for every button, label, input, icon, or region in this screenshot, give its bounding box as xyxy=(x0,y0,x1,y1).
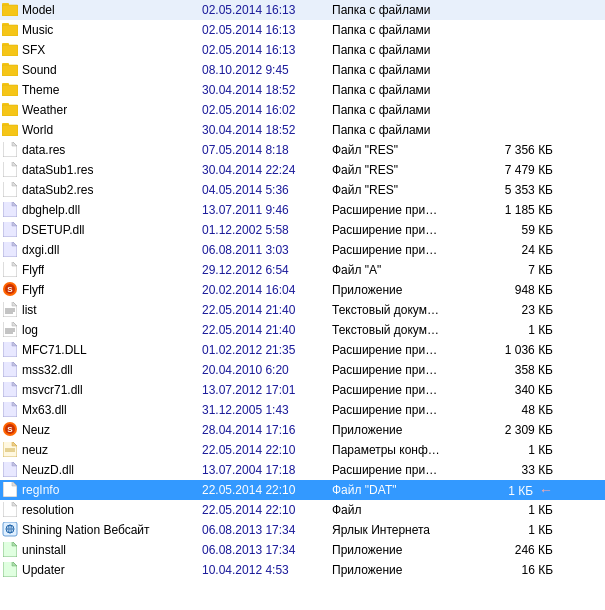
file-date: 13.07.2011 9:46 xyxy=(202,203,332,217)
table-row[interactable]: Theme30.04.2014 18:52Папка с файлами xyxy=(0,80,605,100)
file-size: 7 356 КБ xyxy=(477,143,557,157)
file-date: 28.04.2014 17:16 xyxy=(202,423,332,437)
file-name: Weather xyxy=(22,103,67,117)
file-name-cell: SFX xyxy=(2,42,202,58)
table-row[interactable]: dataSub2.res04.05.2014 5:36Файл "RES"5 3… xyxy=(0,180,605,200)
file-date: 02.05.2014 16:02 xyxy=(202,103,332,117)
file-type: Файл "RES" xyxy=(332,183,477,197)
table-row[interactable]: Sound08.10.2012 9:45Папка с файлами xyxy=(0,60,605,80)
file-type: Расширение при… xyxy=(332,383,477,397)
table-row[interactable]: Model02.05.2014 16:13Папка с файлами xyxy=(0,0,605,20)
folder-icon xyxy=(2,42,18,58)
table-row[interactable]: NeuzD.dll13.07.2004 17:18Расширение при…… xyxy=(0,460,605,480)
folder-icon xyxy=(2,2,18,18)
file-size: 246 КБ xyxy=(477,543,557,557)
table-row[interactable]: MFC71.DLL01.02.2012 21:35Расширение при…… xyxy=(0,340,605,360)
table-row[interactable]: Weather02.05.2014 16:02Папка с файлами xyxy=(0,100,605,120)
table-row[interactable]: data.res07.05.2014 8:18Файл "RES"7 356 К… xyxy=(0,140,605,160)
file-name: Model xyxy=(22,3,55,17)
file-type: Приложение xyxy=(332,423,477,437)
table-row[interactable]: mss32.dll20.04.2010 6:20Расширение при…3… xyxy=(0,360,605,380)
file-type: Приложение xyxy=(332,283,477,297)
table-row[interactable]: Flyff29.12.2012 6:54Файл "A"7 КБ xyxy=(0,260,605,280)
table-row[interactable]: dxgi.dll06.08.2011 3:03Расширение при…24… xyxy=(0,240,605,260)
file-type: Папка с файлами xyxy=(332,83,477,97)
file-type: Расширение при… xyxy=(332,363,477,377)
table-row[interactable]: dbghelp.dll13.07.2011 9:46Расширение при… xyxy=(0,200,605,220)
dll-icon xyxy=(3,342,17,358)
table-row[interactable]: msvcr71.dll13.07.2012 17:01Расширение пр… xyxy=(0,380,605,400)
file-name: Theme xyxy=(22,83,59,97)
table-row[interactable]: Shining Nation Вебсайт06.08.2013 17:34Яр… xyxy=(0,520,605,540)
table-row[interactable]: dataSub1.res30.04.2014 22:24Файл "RES"7 … xyxy=(0,160,605,180)
file-size: 1 КБ xyxy=(477,323,557,337)
file-name-cell: S Flyff xyxy=(2,282,202,298)
file-name-cell: msvcr71.dll xyxy=(2,382,202,398)
svg-rect-22 xyxy=(2,105,18,116)
file-type: Расширение при… xyxy=(332,223,477,237)
file-icon xyxy=(3,142,17,158)
file-date: 06.08.2013 17:34 xyxy=(202,523,332,537)
file-type: Приложение xyxy=(332,543,477,557)
file-name: dxgi.dll xyxy=(22,243,59,257)
file-type: Папка с файлами xyxy=(332,103,477,117)
file-name: SFX xyxy=(22,43,45,57)
file-name-cell: data.res xyxy=(2,142,202,158)
file-name: NeuzD.dll xyxy=(22,463,74,477)
file-name: Shining Nation Вебсайт xyxy=(22,523,150,537)
table-row[interactable]: Music02.05.2014 16:13Папка с файлами xyxy=(0,20,605,40)
table-row[interactable]: uninstall06.08.2013 17:34Приложение246 К… xyxy=(0,540,605,560)
dll-icon xyxy=(3,362,17,378)
file-name-cell: Mx63.dll xyxy=(2,402,202,418)
file-size: 1 КБ xyxy=(477,523,557,537)
file-icon xyxy=(3,502,17,518)
file-name: Sound xyxy=(22,63,57,77)
file-name-cell: MFC71.DLL xyxy=(2,342,202,358)
file-name-cell: dxgi.dll xyxy=(2,242,202,258)
file-date: 22.05.2014 22:10 xyxy=(202,503,332,517)
file-date: 06.08.2011 3:03 xyxy=(202,243,332,257)
table-row[interactable]: Updater10.04.2012 4:53Приложение16 КБ xyxy=(0,560,605,580)
file-size: 1 КБ xyxy=(477,503,557,517)
dll-icon xyxy=(3,462,17,478)
file-name: Neuz xyxy=(22,423,50,437)
file-date: 30.04.2014 18:52 xyxy=(202,123,332,137)
file-icon xyxy=(3,162,17,178)
file-size: 1 КБ ← xyxy=(477,482,557,498)
file-name-cell: World xyxy=(2,122,202,138)
file-date: 01.02.2012 21:35 xyxy=(202,343,332,357)
table-row[interactable]: resolution22.05.2014 22:10Файл1 КБ xyxy=(0,500,605,520)
file-name-cell: uninstall xyxy=(2,542,202,558)
app-icon xyxy=(3,542,17,558)
table-row[interactable]: DSETUP.dll01.12.2002 5:58Расширение при…… xyxy=(0,220,605,240)
table-row[interactable]: list22.05.2014 21:40Текстовый докум…23 К… xyxy=(0,300,605,320)
table-row[interactable]: S Neuz28.04.2014 17:16Приложение2 309 КБ xyxy=(0,420,605,440)
file-date: 31.12.2005 1:43 xyxy=(202,403,332,417)
file-icon xyxy=(3,182,17,198)
file-name: mss32.dll xyxy=(22,363,73,377)
table-row[interactable]: S Flyff20.02.2014 16:04Приложение948 КБ xyxy=(0,280,605,300)
table-row[interactable]: regInfo22.05.2014 22:10Файл "DAT"1 КБ ← xyxy=(0,480,605,500)
file-date: 10.04.2012 4:53 xyxy=(202,563,332,577)
file-date: 22.05.2014 22:10 xyxy=(202,483,332,497)
svg-text:S: S xyxy=(7,285,13,294)
table-row[interactable]: World30.04.2014 18:52Папка с файлами xyxy=(0,120,605,140)
file-type: Файл "RES" xyxy=(332,143,477,157)
table-row[interactable]: log22.05.2014 21:40Текстовый докум…1 КБ xyxy=(0,320,605,340)
file-size: 24 КБ xyxy=(477,243,557,257)
table-row[interactable]: Mx63.dll31.12.2005 1:43Расширение при…48… xyxy=(0,400,605,420)
file-name: World xyxy=(22,123,53,137)
folder-icon xyxy=(2,22,18,38)
file-name-cell: Shining Nation Вебсайт xyxy=(2,522,202,538)
svg-rect-26 xyxy=(2,125,18,136)
file-size: 23 КБ xyxy=(477,303,557,317)
file-name: list xyxy=(22,303,37,317)
config-icon xyxy=(3,442,17,458)
table-row[interactable]: SFX02.05.2014 16:13Папка с файлами xyxy=(0,40,605,60)
table-row[interactable]: neuz22.05.2014 22:10Параметры конф…1 КБ xyxy=(0,440,605,460)
file-name: Mx63.dll xyxy=(22,403,67,417)
file-name-cell: Music xyxy=(2,22,202,38)
folder-icon xyxy=(2,62,18,78)
file-icon xyxy=(3,482,17,498)
file-type: Текстовый докум… xyxy=(332,303,477,317)
